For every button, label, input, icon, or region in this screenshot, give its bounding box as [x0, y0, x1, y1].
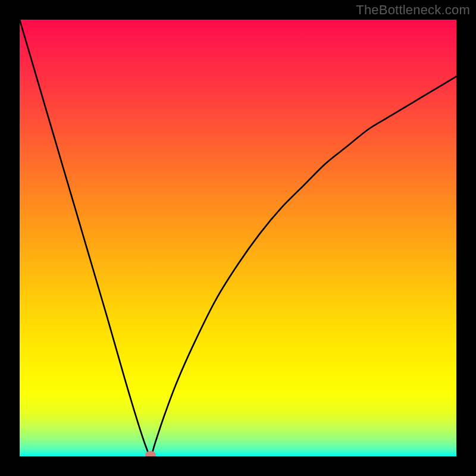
- plot-area: [20, 20, 456, 456]
- watermark-text: TheBottleneck.com: [356, 2, 470, 18]
- minimum-marker: [145, 451, 156, 456]
- chart-frame: TheBottleneck.com: [0, 0, 476, 476]
- bottleneck-curve: [20, 20, 456, 456]
